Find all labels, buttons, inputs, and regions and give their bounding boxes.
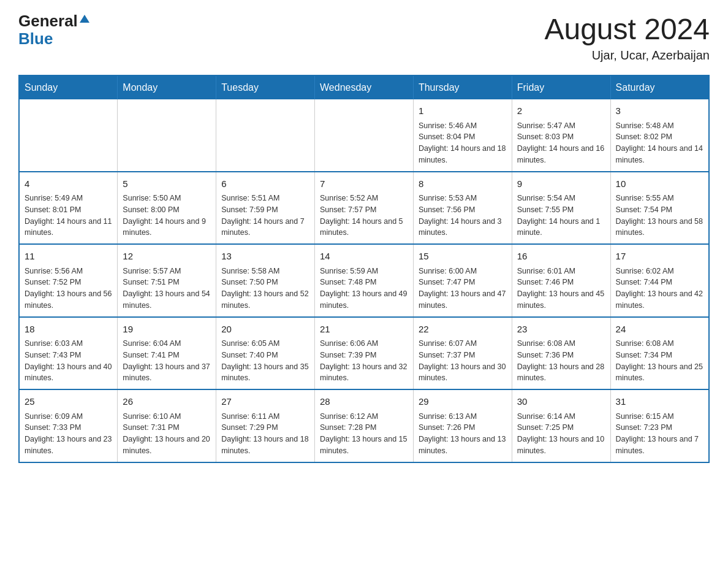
day-number: 15 (419, 250, 507, 264)
page-header: General Blue August 2024 Ujar, Ucar, Aze… (18, 12, 710, 63)
calendar-day-cell: 26Sunrise: 6:10 AM Sunset: 7:31 PM Dayli… (118, 389, 216, 462)
calendar-day-cell: 21Sunrise: 6:06 AM Sunset: 7:39 PM Dayli… (315, 317, 414, 390)
day-info-text: Sunrise: 5:49 AM Sunset: 8:01 PM Dayligh… (25, 193, 112, 239)
calendar-header-row: SundayMondayTuesdayWednesdayThursdayFrid… (19, 75, 709, 99)
day-info-text: Sunrise: 5:57 AM Sunset: 7:51 PM Dayligh… (123, 266, 211, 312)
calendar-week-row: 18Sunrise: 6:03 AM Sunset: 7:43 PM Dayli… (19, 317, 709, 390)
day-info-text: Sunrise: 6:08 AM Sunset: 7:36 PM Dayligh… (517, 338, 605, 384)
calendar-day-cell: 10Sunrise: 5:55 AM Sunset: 7:54 PM Dayli… (610, 172, 709, 245)
day-info-text: Sunrise: 5:59 AM Sunset: 7:48 PM Dayligh… (320, 266, 408, 312)
calendar-day-cell: 29Sunrise: 6:13 AM Sunset: 7:26 PM Dayli… (413, 389, 512, 462)
logo-triangle-icon (80, 15, 89, 23)
calendar-week-row: 4Sunrise: 5:49 AM Sunset: 8:01 PM Daylig… (19, 172, 709, 245)
day-number: 22 (419, 323, 507, 337)
day-number: 8 (419, 177, 507, 191)
calendar-day-cell: 2Sunrise: 5:47 AM Sunset: 8:03 PM Daylig… (512, 99, 610, 172)
day-info-text: Sunrise: 5:55 AM Sunset: 7:54 PM Dayligh… (616, 193, 703, 239)
calendar-day-cell: 28Sunrise: 6:12 AM Sunset: 7:28 PM Dayli… (315, 389, 414, 462)
day-info-text: Sunrise: 6:07 AM Sunset: 7:37 PM Dayligh… (419, 338, 507, 384)
calendar-day-cell: 14Sunrise: 5:59 AM Sunset: 7:48 PM Dayli… (315, 244, 414, 317)
day-number: 20 (221, 323, 309, 337)
calendar-day-cell: 16Sunrise: 6:01 AM Sunset: 7:46 PM Dayli… (512, 244, 610, 317)
calendar-day-cell: 24Sunrise: 6:08 AM Sunset: 7:34 PM Dayli… (610, 317, 709, 390)
day-of-week-header: Friday (512, 75, 610, 99)
day-info-text: Sunrise: 5:47 AM Sunset: 8:03 PM Dayligh… (517, 120, 605, 166)
calendar-table: SundayMondayTuesdayWednesdayThursdayFrid… (18, 75, 710, 463)
calendar-day-cell: 22Sunrise: 6:07 AM Sunset: 7:37 PM Dayli… (413, 317, 512, 390)
day-number: 31 (616, 395, 703, 409)
day-info-text: Sunrise: 5:58 AM Sunset: 7:50 PM Dayligh… (221, 266, 309, 312)
day-info-text: Sunrise: 6:12 AM Sunset: 7:28 PM Dayligh… (320, 411, 408, 457)
calendar-day-cell (19, 99, 118, 172)
day-info-text: Sunrise: 6:11 AM Sunset: 7:29 PM Dayligh… (221, 411, 309, 457)
day-number: 6 (221, 177, 309, 191)
calendar-day-cell: 23Sunrise: 6:08 AM Sunset: 7:36 PM Dayli… (512, 317, 610, 390)
day-number: 18 (25, 323, 112, 337)
logo-blue-text: Blue (18, 30, 53, 48)
calendar-day-cell: 11Sunrise: 5:56 AM Sunset: 7:52 PM Dayli… (19, 244, 118, 317)
day-number: 14 (320, 250, 408, 264)
calendar-day-cell: 12Sunrise: 5:57 AM Sunset: 7:51 PM Dayli… (118, 244, 216, 317)
day-number: 26 (123, 395, 211, 409)
calendar-day-cell: 18Sunrise: 6:03 AM Sunset: 7:43 PM Dayli… (19, 317, 118, 390)
day-number: 16 (517, 250, 605, 264)
day-number: 25 (25, 395, 112, 409)
calendar-day-cell: 27Sunrise: 6:11 AM Sunset: 7:29 PM Dayli… (216, 389, 315, 462)
day-info-text: Sunrise: 6:10 AM Sunset: 7:31 PM Dayligh… (123, 411, 211, 457)
day-info-text: Sunrise: 6:02 AM Sunset: 7:44 PM Dayligh… (616, 266, 703, 312)
day-info-text: Sunrise: 5:54 AM Sunset: 7:55 PM Dayligh… (517, 193, 605, 239)
calendar-day-cell: 5Sunrise: 5:50 AM Sunset: 8:00 PM Daylig… (118, 172, 216, 245)
calendar-day-cell: 31Sunrise: 6:15 AM Sunset: 7:23 PM Dayli… (610, 389, 709, 462)
day-of-week-header: Wednesday (315, 75, 414, 99)
day-info-text: Sunrise: 6:09 AM Sunset: 7:33 PM Dayligh… (25, 411, 112, 457)
title-section: August 2024 Ujar, Ucar, Azerbaijan (544, 12, 710, 63)
day-info-text: Sunrise: 6:01 AM Sunset: 7:46 PM Dayligh… (517, 266, 605, 312)
day-info-text: Sunrise: 6:04 AM Sunset: 7:41 PM Dayligh… (123, 338, 211, 384)
calendar-day-cell: 20Sunrise: 6:05 AM Sunset: 7:40 PM Dayli… (216, 317, 315, 390)
calendar-day-cell (118, 99, 216, 172)
day-number: 30 (517, 395, 605, 409)
calendar-week-row: 1Sunrise: 5:46 AM Sunset: 8:04 PM Daylig… (19, 99, 709, 172)
day-info-text: Sunrise: 6:06 AM Sunset: 7:39 PM Dayligh… (320, 338, 408, 384)
calendar-day-cell: 9Sunrise: 5:54 AM Sunset: 7:55 PM Daylig… (512, 172, 610, 245)
logo-general-text: General (18, 12, 78, 30)
location-label: Ujar, Ucar, Azerbaijan (544, 48, 710, 63)
day-number: 3 (616, 104, 703, 118)
calendar-day-cell: 30Sunrise: 6:14 AM Sunset: 7:25 PM Dayli… (512, 389, 610, 462)
day-number: 19 (123, 323, 211, 337)
day-number: 2 (517, 104, 605, 118)
calendar-day-cell (315, 99, 414, 172)
day-number: 28 (320, 395, 408, 409)
calendar-day-cell: 25Sunrise: 6:09 AM Sunset: 7:33 PM Dayli… (19, 389, 118, 462)
day-info-text: Sunrise: 6:03 AM Sunset: 7:43 PM Dayligh… (25, 338, 112, 384)
calendar-day-cell: 3Sunrise: 5:48 AM Sunset: 8:02 PM Daylig… (610, 99, 709, 172)
day-info-text: Sunrise: 5:51 AM Sunset: 7:59 PM Dayligh… (221, 193, 309, 239)
month-title: August 2024 (544, 12, 710, 46)
day-number: 13 (221, 250, 309, 264)
calendar-day-cell: 13Sunrise: 5:58 AM Sunset: 7:50 PM Dayli… (216, 244, 315, 317)
day-info-text: Sunrise: 5:50 AM Sunset: 8:00 PM Dayligh… (123, 193, 211, 239)
day-info-text: Sunrise: 6:08 AM Sunset: 7:34 PM Dayligh… (616, 338, 703, 384)
day-of-week-header: Tuesday (216, 75, 315, 99)
day-number: 4 (25, 177, 112, 191)
calendar-day-cell: 1Sunrise: 5:46 AM Sunset: 8:04 PM Daylig… (413, 99, 512, 172)
day-number: 17 (616, 250, 703, 264)
calendar-week-row: 11Sunrise: 5:56 AM Sunset: 7:52 PM Dayli… (19, 244, 709, 317)
day-info-text: Sunrise: 6:00 AM Sunset: 7:47 PM Dayligh… (419, 266, 507, 312)
day-number: 23 (517, 323, 605, 337)
day-of-week-header: Thursday (413, 75, 512, 99)
day-number: 29 (419, 395, 507, 409)
day-info-text: Sunrise: 6:14 AM Sunset: 7:25 PM Dayligh… (517, 411, 605, 457)
day-info-text: Sunrise: 5:56 AM Sunset: 7:52 PM Dayligh… (25, 266, 112, 312)
day-number: 10 (616, 177, 703, 191)
day-number: 12 (123, 250, 211, 264)
calendar-day-cell: 15Sunrise: 6:00 AM Sunset: 7:47 PM Dayli… (413, 244, 512, 317)
day-number: 24 (616, 323, 703, 337)
day-of-week-header: Monday (118, 75, 216, 99)
calendar-day-cell: 7Sunrise: 5:52 AM Sunset: 7:57 PM Daylig… (315, 172, 414, 245)
day-number: 11 (25, 250, 112, 264)
day-number: 27 (221, 395, 309, 409)
day-info-text: Sunrise: 5:46 AM Sunset: 8:04 PM Dayligh… (419, 120, 507, 166)
calendar-day-cell: 6Sunrise: 5:51 AM Sunset: 7:59 PM Daylig… (216, 172, 315, 245)
day-number: 5 (123, 177, 211, 191)
